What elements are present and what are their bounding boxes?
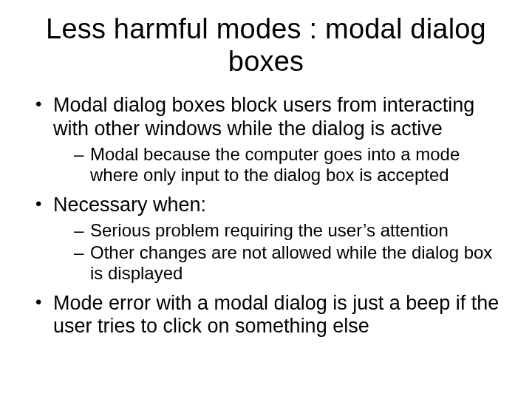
list-item: Serious problem requiring the user’s att… [72, 220, 502, 241]
sub-list: Serious problem requiring the user’s att… [53, 220, 502, 284]
slide-title: Less harmful modes : modal dialog boxes [30, 13, 502, 78]
list-item: Other changes are not allowed while the … [72, 242, 502, 284]
bullet-list: Modal dialog boxes block users from inte… [30, 94, 502, 338]
sub-list: Modal because the computer goes into a m… [53, 144, 502, 186]
slide: Less harmful modes : modal dialog boxes … [0, 0, 532, 399]
bullet-text: Modal because the computer goes into a m… [90, 144, 460, 185]
list-item: Necessary when: Serious problem requirin… [34, 194, 502, 284]
bullet-text: Necessary when: [53, 194, 206, 216]
bullet-text: Mode error with a modal dialog is just a… [53, 292, 499, 338]
list-item: Mode error with a modal dialog is just a… [34, 292, 502, 339]
list-item: Modal because the computer goes into a m… [72, 144, 502, 186]
bullet-text: Serious problem requiring the user’s att… [90, 220, 449, 240]
list-item: Modal dialog boxes block users from inte… [34, 94, 502, 185]
bullet-text: Modal dialog boxes block users from inte… [53, 94, 474, 140]
bullet-text: Other changes are not allowed while the … [90, 242, 492, 283]
